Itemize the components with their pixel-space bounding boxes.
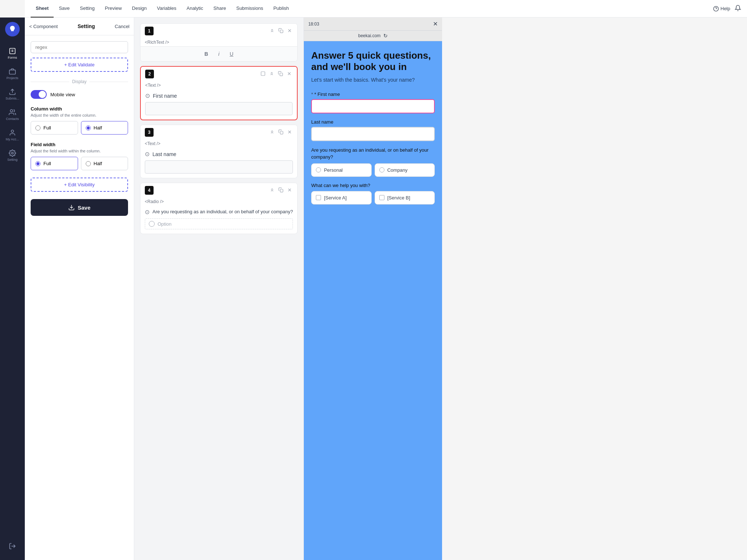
tab-design[interactable]: Design bbox=[127, 0, 152, 18]
sidebar-item-submissions[interactable]: Submis... bbox=[3, 85, 22, 104]
card-3-reorder-button[interactable] bbox=[269, 129, 275, 136]
underline-button[interactable]: U bbox=[228, 50, 236, 58]
settings-title: Setting bbox=[61, 23, 112, 29]
help-button[interactable]: Help bbox=[713, 6, 730, 12]
card-1-reorder-button[interactable] bbox=[269, 27, 275, 35]
card-2-type: <Text /> bbox=[141, 81, 297, 89]
tab-submissions[interactable]: Submissions bbox=[231, 0, 268, 18]
settings-body: + Edit Validate Display Mobile view Colu… bbox=[25, 35, 134, 560]
check-circle-icon: ⊙ bbox=[145, 92, 150, 99]
tab-save[interactable]: Save bbox=[54, 0, 75, 18]
card-4-type: <Radio /> bbox=[140, 198, 297, 206]
reorder-icon bbox=[270, 129, 275, 135]
form-card-4: 4 <Radio /> ⊙ Are you reques bbox=[140, 183, 298, 234]
column-width-half-radio[interactable] bbox=[86, 125, 91, 131]
preview-firstname-label: * First name bbox=[311, 92, 435, 97]
mobile-view-toggle[interactable] bbox=[31, 90, 47, 99]
card-3-copy-button[interactable] bbox=[278, 129, 284, 136]
card-1-delete-button[interactable] bbox=[286, 27, 293, 35]
edit-visibility-button[interactable]: + Edit Visibility bbox=[31, 178, 128, 192]
bold-button[interactable]: B bbox=[202, 50, 210, 58]
tab-share[interactable]: Share bbox=[208, 0, 231, 18]
card-2-reorder-button[interactable] bbox=[268, 70, 275, 78]
sidebar-item-logout[interactable] bbox=[3, 537, 22, 556]
card-1-copy-button[interactable] bbox=[278, 27, 284, 35]
main-content: Forms Projects Submis... Contacts My Acc… bbox=[0, 18, 442, 560]
back-to-component-button[interactable]: < Component bbox=[29, 24, 58, 29]
card-1-header: 1 bbox=[140, 24, 297, 38]
card-2-content: ⊙ First name bbox=[141, 89, 297, 120]
close-icon bbox=[287, 129, 292, 135]
tab-sheet[interactable]: Sheet bbox=[31, 0, 54, 18]
field-width-full-option[interactable]: Full bbox=[31, 157, 78, 170]
browser-close-button[interactable]: ✕ bbox=[433, 20, 438, 27]
notification-button[interactable] bbox=[735, 5, 741, 12]
card-4-reorder-button[interactable] bbox=[269, 187, 275, 194]
preview-panel: 18:03 ✕ beekai.com ↻ Answer 5 quick ques… bbox=[303, 18, 442, 560]
card-4-content: ⊙ Are you requesting as an individual, o… bbox=[140, 206, 297, 234]
field-width-full-radio[interactable] bbox=[35, 161, 40, 166]
radio-dot-icon bbox=[379, 167, 384, 172]
canvas-area: 1 <RichText /> B i U bbox=[134, 18, 303, 560]
sidebar-item-forms[interactable]: Forms bbox=[3, 44, 22, 63]
nav-actions: Help bbox=[713, 5, 741, 12]
radio-dot-icon bbox=[316, 167, 321, 172]
checkbox-icon bbox=[379, 195, 384, 200]
card-4-header: 4 bbox=[140, 183, 297, 198]
preview-radio-personal[interactable]: Personal bbox=[311, 163, 372, 177]
sidebar-item-projects[interactable]: Projects bbox=[3, 64, 22, 83]
preview-radio-group: Are you requesting as an individual, or … bbox=[311, 147, 435, 176]
tab-publish[interactable]: Publish bbox=[268, 0, 294, 18]
preview-firstname-group: * First name bbox=[311, 92, 435, 113]
field-width-half-radio[interactable] bbox=[86, 161, 91, 166]
field-width-half-option[interactable]: Half bbox=[81, 157, 128, 170]
preview-check-service-a[interactable]: [Service A] bbox=[311, 191, 372, 205]
sidebar-item-contacts[interactable]: Contacts bbox=[3, 105, 22, 124]
svg-rect-16 bbox=[280, 73, 283, 76]
tab-analytic[interactable]: Analytic bbox=[181, 0, 208, 18]
regex-input[interactable] bbox=[31, 41, 128, 53]
preview-radio-company[interactable]: Company bbox=[375, 163, 435, 177]
card-2-text-input[interactable] bbox=[145, 102, 293, 115]
sidebar-item-setting[interactable]: Setting bbox=[3, 146, 22, 165]
tab-variables[interactable]: Variables bbox=[152, 0, 181, 18]
card-2-field-row: ⊙ First name bbox=[145, 92, 293, 99]
tab-preview[interactable]: Preview bbox=[100, 0, 127, 18]
copy-icon bbox=[278, 187, 283, 192]
card-3-delete-button[interactable] bbox=[286, 129, 293, 136]
preview-firstname-input[interactable] bbox=[311, 99, 435, 113]
italic-button[interactable]: i bbox=[216, 50, 222, 58]
tab-setting[interactable]: Setting bbox=[75, 0, 100, 18]
card-1-type: <RichText /> bbox=[140, 38, 297, 46]
save-label: Save bbox=[78, 205, 90, 211]
card-3-text-input[interactable] bbox=[145, 160, 293, 174]
reorder-icon bbox=[270, 187, 275, 192]
column-width-full-option[interactable]: Full bbox=[31, 121, 78, 135]
card-4-delete-button[interactable] bbox=[286, 187, 293, 194]
card-4-field-row: ⊙ Are you requesting as an individual, o… bbox=[145, 209, 293, 215]
column-width-full-radio[interactable] bbox=[35, 125, 40, 131]
preview-lastname-input[interactable] bbox=[311, 127, 435, 141]
save-button[interactable]: Save bbox=[31, 199, 128, 216]
sidebar-item-account[interactable]: My Acc... bbox=[3, 125, 22, 144]
card-2-resize-button[interactable] bbox=[260, 70, 266, 78]
edit-validate-button[interactable]: + Edit Validate bbox=[31, 58, 128, 72]
card-2-copy-button[interactable] bbox=[277, 70, 284, 78]
cancel-button[interactable]: Cancel bbox=[115, 24, 129, 29]
resize-icon bbox=[260, 71, 266, 76]
card-3-field-row: ⊙ Last name bbox=[145, 151, 293, 158]
preview-lastname-label: Last name bbox=[311, 119, 435, 125]
card-4-option-placeholder: Option bbox=[158, 221, 171, 227]
svg-rect-15 bbox=[261, 71, 265, 75]
browser-refresh-button[interactable]: ↻ bbox=[383, 33, 388, 39]
field-width-options: Full Half bbox=[31, 157, 128, 170]
mobile-view-label: Mobile view bbox=[50, 92, 75, 97]
card-2-delete-button[interactable] bbox=[286, 70, 293, 78]
nav-items: Sheet Save Setting Preview Design Variab… bbox=[31, 0, 294, 18]
card-4-number: 4 bbox=[145, 186, 154, 195]
preview-check-service-b[interactable]: [Service B] bbox=[375, 191, 435, 205]
card-4-copy-button[interactable] bbox=[278, 187, 284, 194]
column-width-half-option[interactable]: Half bbox=[81, 121, 128, 135]
svg-point-9 bbox=[12, 152, 13, 154]
column-width-title: Column width bbox=[31, 106, 128, 112]
